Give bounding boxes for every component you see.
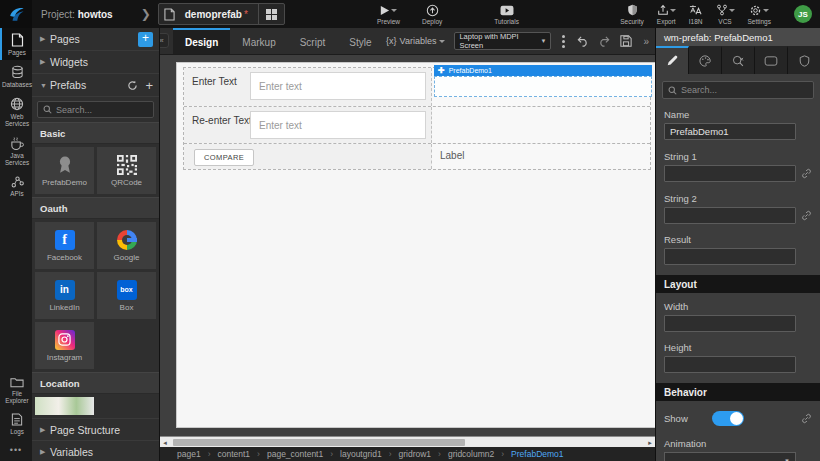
tab-events[interactable] <box>722 46 755 74</box>
page-selector[interactable]: demoprefab * <box>158 3 285 25</box>
device-selector[interactable]: Laptop with MDPI Screen ▼ <box>454 32 551 50</box>
animation-select[interactable]: ▼ <box>664 452 796 461</box>
activity-item-file-explorer[interactable]: File Explorer <box>0 371 32 408</box>
breadcrumb-separator: › <box>501 449 504 459</box>
section-variables[interactable]: ▶ Variables <box>32 441 159 461</box>
tab-style[interactable]: Style <box>337 28 383 54</box>
shield-icon <box>799 55 810 67</box>
activity-item-pages[interactable]: Pages <box>0 28 32 60</box>
prefab-tile-box[interactable]: box Box <box>97 272 156 319</box>
activity-item-databases[interactable]: Databases <box>0 60 32 92</box>
tutorials-button[interactable]: Tutorials <box>494 0 519 28</box>
breadcrumb-item-selected[interactable]: PrefabDemo1 <box>511 449 563 459</box>
breadcrumb-item[interactable]: layoutgrid1 <box>340 449 382 459</box>
collapsed-arrow-icon: ▶ <box>40 448 50 456</box>
save-button[interactable] <box>620 35 632 47</box>
redo-button[interactable] <box>598 36 611 47</box>
category-basic: Basic <box>32 122 159 144</box>
undo-button[interactable] <box>576 36 589 47</box>
variables-button[interactable]: {x} Variables <box>386 36 445 46</box>
cursor-click-icon <box>732 55 745 67</box>
breadcrumb-item[interactable]: content1 <box>217 449 250 459</box>
section-page-structure[interactable]: ▶ Page Structure <box>32 418 159 441</box>
breadcrumb-item[interactable]: gridcolumn2 <box>448 449 494 459</box>
width-field[interactable] <box>664 315 796 332</box>
section-pages[interactable]: ▶ Pages + <box>32 28 159 51</box>
collapsed-arrow-icon: ▶ <box>40 35 50 43</box>
prefab-tile-instagram[interactable]: Instagram <box>35 322 94 369</box>
height-field[interactable] <box>664 356 796 373</box>
properties-search-input[interactable] <box>681 85 808 95</box>
prefab-search-input[interactable] <box>56 105 148 115</box>
preview-button[interactable]: Preview <box>377 0 400 28</box>
grid-cell-field2[interactable]: Re-enter Text Enter text <box>184 107 432 143</box>
design-page[interactable]: Enter Text Enter text ✚ PrefabDemo1 <box>176 62 655 428</box>
explorer-panel: ▶ Pages + ▶ Widgets ▼ Prefabs + Basic Pr… <box>32 28 160 461</box>
show-bind-button[interactable] <box>800 413 812 424</box>
prefab-tile-linkedin[interactable]: in LinkedIn <box>35 272 94 319</box>
prefab-tile-facebook[interactable]: f Facebook <box>35 222 94 269</box>
page-file-icon <box>159 8 181 21</box>
breadcrumb-item[interactable]: page1 <box>177 449 201 459</box>
section-prefabs[interactable]: ▼ Prefabs + <box>32 74 159 97</box>
tab-device[interactable] <box>755 46 788 74</box>
breadcrumb-item[interactable]: page_content1 <box>267 449 323 459</box>
import-prefab-button[interactable]: + <box>145 78 153 93</box>
prefab-tile-map[interactable] <box>35 397 94 415</box>
field1-input[interactable]: Enter text <box>250 72 426 100</box>
tab-markup[interactable]: Markup <box>230 28 287 54</box>
settings-button[interactable]: Settings <box>748 0 772 28</box>
selected-widget-bar[interactable]: ✚ PrefabDemo1 <box>434 65 652 76</box>
add-page-button[interactable]: + <box>138 32 153 47</box>
i18n-button[interactable]: I18N <box>689 0 703 28</box>
user-avatar[interactable]: JS <box>794 5 812 23</box>
grid-cell-label[interactable]: Label <box>432 144 650 169</box>
prefab-tile-prefabdemo[interactable]: PrefabDemo <box>35 147 94 194</box>
activity-item-logs[interactable]: Logs <box>0 408 32 439</box>
collapse-right-panel-button[interactable]: » <box>641 36 651 47</box>
horizontal-scrollbar[interactable]: ◂ ▸ <box>160 436 655 447</box>
tab-design[interactable]: Design <box>173 28 230 54</box>
tab-properties[interactable] <box>656 46 689 74</box>
show-toggle[interactable] <box>712 411 744 426</box>
tab-styles[interactable] <box>689 46 722 74</box>
page-grid-icon[interactable] <box>258 4 284 24</box>
prefab-search[interactable] <box>37 101 154 118</box>
tab-security[interactable] <box>788 46 820 74</box>
compare-button[interactable]: COMPARE <box>194 149 254 166</box>
layout-grid[interactable]: Enter Text Enter text ✚ PrefabDemo1 <box>183 67 651 170</box>
string2-field[interactable] <box>664 207 796 224</box>
string2-bind-button[interactable] <box>800 210 812 221</box>
string1-bind-button[interactable] <box>800 168 812 179</box>
activity-item-apis[interactable]: APIs <box>0 170 32 201</box>
breadcrumb-item[interactable]: gridrow1 <box>398 449 431 459</box>
wavemaker-logo[interactable] <box>0 0 32 28</box>
activity-item-java-services[interactable]: Java Services <box>0 131 32 170</box>
prefab-tile-qrcode[interactable]: QRCode <box>97 147 156 194</box>
activity-overflow-button[interactable]: ••• <box>0 439 32 461</box>
grid-cell-field1[interactable]: Enter Text Enter text <box>184 68 432 106</box>
apis-icon <box>11 175 24 188</box>
name-field[interactable] <box>664 123 796 140</box>
security-button[interactable]: Security <box>620 0 643 28</box>
result-field[interactable] <box>664 248 796 265</box>
scrollbar-thumb[interactable] <box>173 439 465 446</box>
prefab-widget-body[interactable] <box>434 76 652 97</box>
grid-cell-button[interactable]: COMPARE <box>184 144 432 169</box>
more-options-button[interactable] <box>560 35 567 48</box>
chevron-down-icon <box>763 9 769 12</box>
activity-item-web-services[interactable]: Web Services <box>0 92 32 131</box>
export-button[interactable]: Export <box>657 0 676 28</box>
breadcrumb-separator: › <box>330 449 333 459</box>
refresh-icon[interactable] <box>127 80 138 91</box>
string1-field[interactable] <box>664 165 796 182</box>
vcs-button[interactable]: VCS <box>716 0 735 28</box>
prefab-tile-google[interactable]: Google <box>97 222 156 269</box>
properties-search[interactable] <box>662 81 814 99</box>
field2-input[interactable]: Enter text <box>250 111 426 139</box>
deploy-button[interactable]: Deploy <box>422 0 442 28</box>
tab-script[interactable]: Script <box>288 28 338 54</box>
section-widgets[interactable]: ▶ Widgets <box>32 51 159 74</box>
grid-cell-prefab[interactable]: ✚ PrefabDemo1 <box>432 68 650 106</box>
grid-cell-empty[interactable] <box>432 107 650 143</box>
